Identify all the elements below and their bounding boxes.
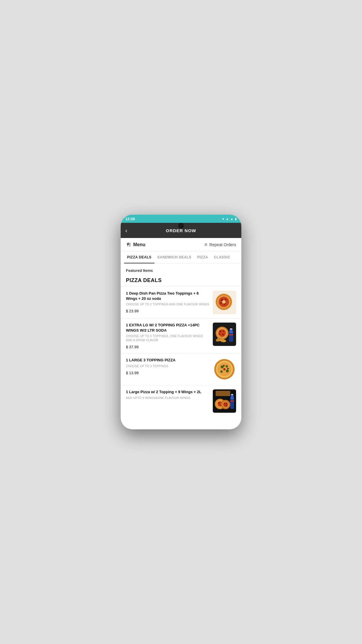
pizza-wings-soda-image <box>213 291 236 314</box>
pizza-wings-bottle-image <box>213 323 236 346</box>
tab-pizza-deals[interactable]: PIZZA DEALS <box>124 252 154 264</box>
svg-point-47 <box>226 405 227 406</box>
header-title: ORDER NOW <box>166 228 196 233</box>
back-button[interactable]: ‹ <box>125 227 127 234</box>
pizza-large-image <box>213 358 236 381</box>
svg-point-45 <box>224 403 225 404</box>
svg-point-29 <box>226 365 228 368</box>
phone-screen: 12:06 ● ▲ ▲ ▮ ‹ ORDER NOW Menu <box>121 215 241 429</box>
svg-point-34 <box>227 368 229 370</box>
tab-pizza[interactable]: PIZZA <box>194 252 211 264</box>
item-name: 1 Large Pizza w/ 2 Topping + 9 Wings + 2… <box>126 389 209 395</box>
item-name: 1 LARGE 3 TOPPING PIZZA <box>126 358 209 363</box>
top-navigation: Menu ≡ Repeat Orders <box>121 238 241 252</box>
svg-point-33 <box>223 365 225 367</box>
category-tabs: PIZZA DEALS SANDWICH DEALS PIZZA CLASSIC <box>121 252 241 264</box>
menu-button[interactable]: Menu <box>126 242 145 247</box>
svg-rect-53 <box>216 391 230 396</box>
svg-point-15 <box>222 334 224 335</box>
pizza-deals-section-header: PIZZA DEALS <box>121 275 241 286</box>
menu-label: Menu <box>133 242 145 247</box>
menu-item[interactable]: 1 LARGE 3 TOPPING PIZZA CHOOSE UP TO 3 T… <box>121 353 241 385</box>
status-bar: 12:06 ● ▲ ▲ ▮ <box>121 215 241 223</box>
svg-point-14 <box>223 330 224 332</box>
svg-point-5 <box>225 299 226 300</box>
item-image <box>213 291 236 314</box>
item-price: $ 13.99 <box>126 371 209 375</box>
svg-rect-51 <box>230 400 234 402</box>
location-icon: ● <box>222 217 224 220</box>
svg-point-31 <box>220 370 223 373</box>
repeat-orders-button[interactable]: ≡ Repeat Orders <box>205 242 236 247</box>
wifi-icon: ▲ <box>226 217 229 220</box>
svg-point-12 <box>218 329 226 337</box>
item-image <box>213 389 236 413</box>
main-content: Menu ≡ Repeat Orders PIZZA DEALS SANDWIC… <box>121 238 241 429</box>
svg-rect-22 <box>229 334 233 335</box>
svg-point-46 <box>226 403 227 404</box>
svg-point-13 <box>219 330 221 332</box>
item-image <box>213 323 236 346</box>
svg-point-30 <box>226 370 229 372</box>
battery-icon: ▮ <box>235 217 237 221</box>
menu-item[interactable]: 1 Deep Dish Pan Pizza Two Toppings + 6 W… <box>121 286 241 318</box>
status-time: 12:06 <box>125 217 135 221</box>
phone-frame: 12:06 ● ▲ ▲ ▮ ‹ ORDER NOW Menu <box>121 215 241 429</box>
tab-classic[interactable]: CLASSIC <box>211 252 233 264</box>
utensils-icon <box>126 242 131 247</box>
list-icon: ≡ <box>205 242 207 247</box>
item-desc: ADD UPTO 9 WINGS&ONE FLAVOUR WINGS <box>126 396 209 400</box>
svg-rect-52 <box>231 397 234 399</box>
tab-sandwich-deals[interactable]: SANDWICH DEALS <box>154 252 194 264</box>
item-info: 1 Deep Dish Pan Pizza Two Toppings + 6 W… <box>126 291 213 313</box>
menu-item[interactable]: 1 EXTRA LG W/ 2 TOPPING PIZZA +14PC WING… <box>121 318 241 353</box>
item-desc: CHOOSE UP TO 2 TOPPINGS AND ONE FLAVOUR … <box>126 302 209 307</box>
svg-rect-50 <box>231 394 233 395</box>
item-name: 1 Deep Dish Pan Pizza Two Toppings + 6 W… <box>126 291 209 301</box>
notch <box>178 223 184 229</box>
repeat-orders-label: Repeat Orders <box>209 242 236 247</box>
item-price: $ 37.99 <box>126 345 209 349</box>
signal-icon: ▲ <box>230 217 233 220</box>
item-info: 1 LARGE 3 TOPPING PIZZA CHOOSE UP TO 3 T… <box>126 358 213 375</box>
svg-rect-23 <box>229 331 233 333</box>
item-name: 1 EXTRA LG W/ 2 TOPPING PIZZA +14PC WING… <box>126 323 209 333</box>
pizza-bottle-combo-image <box>213 389 236 413</box>
svg-rect-21 <box>230 328 232 330</box>
svg-point-16 <box>219 333 220 335</box>
featured-items-header: Featured Items <box>121 264 241 275</box>
item-info: 1 Large Pizza w/ 2 Topping + 9 Wings + 2… <box>126 389 213 402</box>
item-info: 1 EXTRA LG W/ 2 TOPPING PIZZA +14PC WING… <box>126 323 213 349</box>
item-desc: CHOOSE UP TO 3 TOPPINGS <box>126 364 209 368</box>
svg-point-8 <box>222 300 226 304</box>
svg-point-32 <box>223 368 226 370</box>
menu-item[interactable]: 1 Large Pizza w/ 2 Topping + 9 Wings + 2… <box>121 385 241 417</box>
item-image <box>213 358 236 381</box>
status-icons: ● ▲ ▲ ▮ <box>222 217 237 221</box>
svg-point-44 <box>223 402 228 407</box>
svg-point-39 <box>218 402 220 404</box>
svg-point-7 <box>220 302 222 304</box>
item-desc: CHOOSE UP TO 3 TOPPINGS, ONE FLAVOUR WIN… <box>126 334 209 342</box>
item-price: $ 23.99 <box>126 309 209 313</box>
